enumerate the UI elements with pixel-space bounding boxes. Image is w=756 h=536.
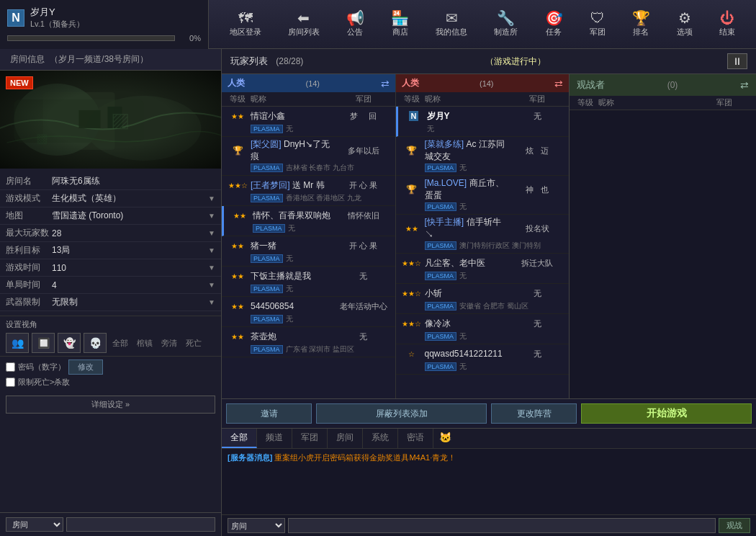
list-item[interactable]: N 岁月Y 无 无 — [396, 107, 570, 137]
nav-exit[interactable]: ⏻ 结束 — [714, 8, 741, 40]
win-target-arrow[interactable]: ▼ — [208, 246, 215, 254]
start-game-button[interactable]: 开始游戏 — [581, 403, 752, 424]
room-info-title: 房间信息 — [10, 54, 45, 64]
human-team-refresh[interactable]: ⇄ — [381, 78, 390, 89]
nav-area-register[interactable]: 🗺 地区登录 — [224, 8, 267, 40]
nav-options[interactable]: ⚙ 选项 — [671, 8, 698, 40]
list-item[interactable]: ★★ 情怀、百香果双响炮 情怀依旧 PLASMA 无 — [222, 206, 395, 236]
list-item[interactable]: ★★ 情谊小鑫 梦 回 PLASMA 无 — [222, 107, 395, 137]
list-item[interactable]: 🏆 [Ma.LOVE] 商丘市、蛋蛋 神 也 PLASMA 无 — [396, 176, 570, 215]
invite-button[interactable]: 邀请 — [226, 403, 312, 424]
human-player-list: ★★ 情谊小鑫 梦 回 PLASMA 无 — [222, 107, 395, 398]
chat-input-left[interactable] — [66, 517, 215, 532]
detail-settings-button[interactable]: 详细设定 » — [6, 396, 215, 414]
chat-emoji-button[interactable]: 🐱 — [433, 429, 457, 448]
channel-select[interactable]: 房间 — [6, 517, 63, 532]
player-name: qqwasd5141221211 — [425, 349, 509, 359]
player-rank: ★★ — [225, 111, 251, 121]
list-item[interactable]: ☆ qqwasd5141221211 无 PLASMA 无 — [396, 344, 570, 375]
game-mode-arrow[interactable]: ▼ — [208, 195, 215, 202]
chat-tab-room[interactable]: 房间 — [328, 429, 363, 448]
chat-tab-guild[interactable]: 军团 — [292, 429, 328, 448]
game-mode-row: 游戏模式 生化模式（英雄） ▼ — [0, 190, 221, 207]
map-value: 雪国遗迹 (Toronto) — [52, 210, 208, 222]
observer-col-name: 昵称 — [598, 97, 696, 108]
view-settings: 设置视角 👥 🔲 👻 💀 全部 棺镇 旁清 死亡 — [0, 316, 221, 356]
nav-notice[interactable]: 📢 公告 — [341, 8, 370, 40]
nav-task[interactable]: 🎯 任务 — [539, 8, 569, 40]
list-item[interactable]: ★★ 544506854 老年活动中心 PLASMA 无 — [222, 297, 395, 327]
list-item[interactable]: ★★☆ 像冷冰 无 PLASMA 无 — [396, 314, 570, 344]
map-arrow[interactable]: ▼ — [208, 212, 215, 220]
list-item[interactable]: ★★ 茶壶炮 无 PLASMA 广东省 深圳市 盐田区 — [222, 327, 395, 357]
task-icon: 🎯 — [545, 11, 563, 25]
game-time-arrow[interactable]: ▼ — [208, 264, 215, 272]
game-mode-value: 生化模式（英雄） — [52, 192, 208, 205]
nav-guild[interactable]: 🛡 军团 — [584, 8, 611, 40]
player-name: 岁月Y — [30, 6, 84, 19]
nav-guild-label: 军团 — [590, 27, 606, 37]
player-rank: ★★☆ — [225, 180, 251, 190]
player-location: 无 — [459, 202, 467, 212]
list-item[interactable]: ★★☆ 小斩 无 PLASMA 安徽省 合肥市 蜀山区 — [396, 284, 570, 314]
notice-icon: 📢 — [346, 11, 364, 25]
chat-tab-whisper[interactable]: 密语 — [398, 429, 433, 448]
pause-button[interactable]: ⏸ — [727, 53, 747, 69]
nav-shop[interactable]: 🏪 商店 — [385, 8, 415, 40]
nav-room-list[interactable]: ⬅ 房间列表 — [282, 8, 325, 40]
player-name: 岁月Y — [427, 110, 509, 122]
exp-bar — [7, 35, 175, 41]
chat-tab-channel[interactable]: 频道 — [257, 429, 292, 448]
action-bar: 邀请 屏蔽列表添加 更改阵营 开始游戏 — [222, 398, 756, 428]
game-mode-label: 游戏模式 — [6, 192, 52, 205]
round-time-arrow[interactable]: ▼ — [208, 281, 215, 289]
guild-icon: 🛡 — [590, 11, 605, 25]
list-item[interactable]: 🏆 [梨父圆] DnyH↘了无痕 多年以后 PLASMA 吉林省 长春市 九台市 — [222, 137, 395, 176]
modify-button[interactable]: 修改 — [68, 359, 103, 375]
chat-channel-select[interactable]: 房间 — [228, 518, 285, 533]
chat-tab-all[interactable]: 全部 — [222, 429, 257, 448]
view-旁清-btn[interactable]: 👻 — [58, 333, 81, 353]
player-name: 茶壶炮 — [251, 331, 335, 343]
list-item[interactable]: ★★☆ [王者梦回] 送 Mr 韩 开 心 果 PLASMA 香港地区 香港地区… — [222, 176, 395, 206]
nav-ranking[interactable]: 🏆 排名 — [626, 8, 656, 40]
player-location: 无 — [459, 271, 467, 281]
plasma-badge: PLASMA — [251, 125, 283, 133]
player-location: 无 — [286, 284, 293, 294]
player-name: [快手主播] 信手斩牛↘ — [425, 216, 509, 241]
zombie-team-refresh[interactable]: ⇄ — [554, 78, 563, 89]
room-header: 房间信息 （岁月一频道/38号房间） — [0, 49, 221, 71]
observe-button[interactable]: 观战 — [719, 518, 750, 533]
restrict-checkbox[interactable] — [6, 378, 15, 387]
list-item[interactable]: 🏆 [菜就多练] Ac 江苏同城交友 炫 迈 PLASMA 无 — [396, 137, 570, 176]
game-time-value: 110 — [52, 263, 208, 273]
nav-crafting[interactable]: 🔧 制造所 — [488, 8, 523, 40]
nav-ranking-label: 排名 — [633, 27, 649, 37]
weapon-limit-arrow[interactable]: ▼ — [208, 298, 215, 306]
player-name: 544506854 — [251, 301, 335, 311]
player-guild: 情怀依旧 — [335, 210, 392, 221]
change-team-button[interactable]: 更改阵营 — [491, 403, 577, 424]
observer-refresh[interactable]: ⇄ — [740, 79, 749, 91]
view-label-旁清: 旁清 — [158, 338, 180, 349]
view-棺镇-btn[interactable]: 🔲 — [32, 333, 55, 353]
player-name: [梨父圆] DnyH↘了无痕 — [251, 138, 335, 163]
room-info: 房间名 阿珠无6属练 游戏模式 生化模式（英雄） ▼ 地图 雪国遗迹 (Toro… — [0, 169, 221, 316]
view-all-btn[interactable]: 👥 — [6, 333, 29, 353]
list-item[interactable]: ★★☆ 凡尘客、老中医 拆迁大队 PLASMA 无 — [396, 254, 570, 284]
chat-tab-system[interactable]: 系统 — [363, 429, 398, 448]
list-item[interactable]: ★★ 猪一猪 开 心 果 PLASMA 无 — [222, 236, 395, 267]
max-players-arrow[interactable]: ▼ — [208, 229, 215, 237]
chat-input[interactable] — [288, 518, 716, 533]
password-checkbox[interactable] — [6, 362, 15, 372]
list-item[interactable]: ★★ 下饭主播就是我 无 PLASMA 无 — [222, 267, 395, 297]
room-channel: （岁月一频道/38号房间） — [50, 54, 148, 64]
player-list-header: 玩家列表 (28/28) （游戏进行中） ⏸ — [222, 49, 756, 74]
player-rank: ★★☆ — [399, 288, 425, 298]
chat-content: [服务器消息] 重案组小虎开启密码箱获得金勋奖道具M4A1·青龙！ — [222, 449, 756, 514]
player-name: 猪一猪 — [251, 240, 335, 252]
nav-my-info[interactable]: ✉ 我的信息 — [430, 8, 473, 40]
block-list-button[interactable]: 屏蔽列表添加 — [316, 403, 487, 424]
view-死亡-btn[interactable]: 💀 — [84, 333, 107, 353]
list-item[interactable]: ★★ [快手主播] 信手斩牛↘ 投名状 PLASMA 澳门特别行政区 澳门特别 — [396, 215, 570, 254]
